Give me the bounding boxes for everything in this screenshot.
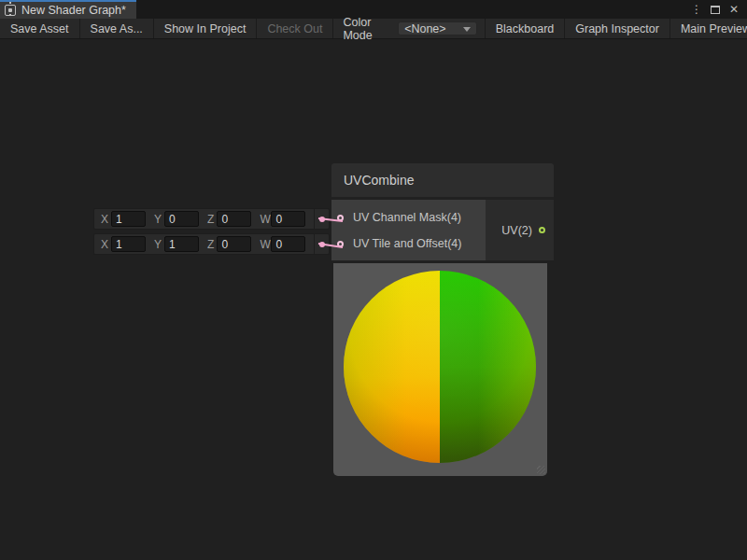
save-as-button[interactable]: Save As... (80, 19, 154, 38)
axis-label-z: Z (207, 238, 214, 251)
tab-title: New Shader Graph* (21, 4, 126, 17)
blackboard-toggle-button[interactable]: Blackboard (485, 19, 565, 38)
axis-label-z: Z (207, 213, 214, 226)
shader-graph-toolbar: Save Asset Save As... Show In Project Ch… (0, 19, 747, 39)
input-port-label: UV Channel Mask(4) (353, 211, 461, 224)
node-port-area: UV Channel Mask(4) UV Tile and Offset(4)… (331, 200, 554, 260)
vector2-x-field[interactable] (111, 236, 146, 252)
input-port-icon-uv-channel-mask[interactable] (337, 215, 344, 221)
show-in-project-button[interactable]: Show In Project (154, 19, 258, 38)
shader-graph-asset-icon (5, 5, 16, 16)
node-output-section: UV(2) (486, 200, 554, 260)
vector1-x-field[interactable] (111, 211, 146, 227)
axis-label-y: Y (154, 213, 162, 226)
color-mode-label: Color Mode (333, 19, 398, 38)
vector2-output-port[interactable] (314, 234, 329, 254)
vector2-w-field[interactable] (271, 236, 305, 252)
sphere-shading-overlay (344, 271, 536, 463)
input-port-icon-uv-tile-offset[interactable] (337, 241, 344, 247)
vector1-w-field[interactable] (271, 211, 305, 227)
check-out-button[interactable]: Check Out (257, 19, 333, 38)
output-port-label: UV(2) (501, 224, 532, 237)
vector2-y-field[interactable] (164, 236, 199, 252)
axis-label-x: X (101, 238, 108, 251)
axis-label-w: W (260, 213, 268, 226)
vector1-output-port[interactable] (314, 209, 329, 229)
save-asset-button[interactable]: Save Asset (0, 19, 80, 38)
color-mode-dropdown[interactable]: <None> (398, 21, 477, 35)
window-controls: ⋮ ✕ (689, 0, 747, 19)
main-preview-toggle-button[interactable]: Main Preview (669, 19, 747, 38)
node-preview-panel (333, 263, 547, 476)
input-port-row: UV Tile and Offset(4) (331, 231, 486, 257)
preview-resize-handle[interactable] (537, 466, 545, 474)
node-input-section: UV Channel Mask(4) UV Tile and Offset(4) (331, 200, 486, 260)
vector4-input-row-2: X Y Z W (93, 233, 330, 255)
axis-label-y: Y (154, 238, 162, 251)
port-dot-icon (319, 242, 325, 247)
color-mode-selected-value: <None> (404, 22, 445, 35)
tab-new-shader-graph[interactable]: New Shader Graph* (0, 0, 136, 19)
vector1-z-field[interactable] (217, 211, 251, 227)
maximize-icon[interactable] (708, 2, 723, 17)
axis-label-w: W (260, 238, 268, 251)
toolbar-right-group: Color Mode <None> Blackboard Graph Inspe… (333, 19, 747, 38)
vector1-y-field[interactable] (164, 211, 199, 227)
close-icon[interactable]: ✕ (726, 2, 741, 17)
port-dot-icon (319, 217, 325, 222)
node-title: UVCombine (344, 173, 414, 188)
shader-preview-sphere (344, 271, 536, 463)
axis-label-x: X (101, 213, 108, 226)
maximize-glyph (711, 6, 720, 14)
vector4-input-row-1: X Y Z W (93, 208, 330, 230)
graph-inspector-toggle-button[interactable]: Graph Inspector (564, 19, 669, 38)
input-port-label: UV Tile and Offset(4) (353, 237, 462, 250)
node-uvcombine[interactable]: UVCombine UV Channel Mask(4) UV Tile and… (331, 163, 554, 260)
chevron-down-icon (463, 27, 471, 32)
vector2-z-field[interactable] (217, 236, 251, 252)
window-menu-icon[interactable]: ⋮ (689, 2, 704, 17)
input-port-row: UV Channel Mask(4) (331, 204, 486, 231)
graph-canvas[interactable]: X Y Z W X Y Z W UVCombine UV Channel Mas… (0, 39, 747, 559)
node-title-bar[interactable]: UVCombine (331, 163, 554, 200)
output-port-icon-uv2[interactable] (539, 227, 545, 233)
